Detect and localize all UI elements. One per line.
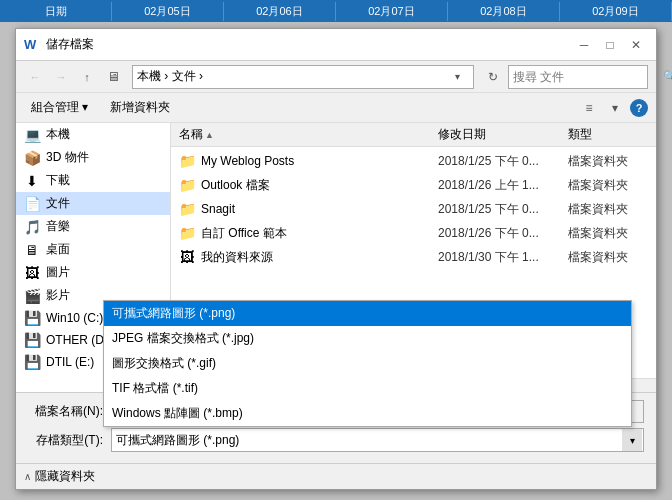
sidebar-icon: 🖼 xyxy=(24,265,40,281)
sort-arrow: ▲ xyxy=(205,130,214,140)
save-dialog: W 儲存檔案 ─ □ ✕ ← → ↑ 🖥 本機 › 文件 › ▾ ↻ 🔍 組合管… xyxy=(15,28,657,490)
search-box[interactable]: 🔍 xyxy=(508,65,648,89)
file-date: 2018/1/30 下午 1... xyxy=(438,249,568,266)
table-row[interactable]: 📁Snagit2018/1/25 下午 0...檔案資料夾 xyxy=(171,197,656,221)
navigation-toolbar: ← → ↑ 🖥 本機 › 文件 › ▾ ↻ 🔍 xyxy=(16,61,656,93)
sidebar-item-desktop[interactable]: 🖥桌面 xyxy=(16,238,170,261)
sidebar-icon: 💾 xyxy=(24,310,40,326)
cal-date: 日期 xyxy=(0,2,112,21)
sidebar-item-label: Win10 (C:) xyxy=(46,311,103,325)
dropdown-item-gif[interactable]: 圖形交換格式 (*.gif) xyxy=(104,351,631,376)
file-name: My Weblog Posts xyxy=(201,154,438,168)
bottom-form-wrapper: 檔案名稱(N): 儲存(S) 取消 存檔類型(T): 可攜式網路圖形 (*.pn… xyxy=(16,392,656,489)
filetype-value: 可攜式網路圖形 (*.png) xyxy=(116,432,622,449)
sidebar-item-label: 影片 xyxy=(46,287,70,304)
sidebar-icon: 💾 xyxy=(24,332,40,348)
hidden-section-arrow: ∧ xyxy=(24,471,31,482)
cal-date: 02月07日 xyxy=(336,2,448,21)
sidebar-item-label: DTIL (E:) xyxy=(46,355,94,369)
hidden-section[interactable]: ∧ 隱藏資料夾 xyxy=(16,463,656,489)
file-name: 自訂 Office 範本 xyxy=(201,225,438,242)
name-column-header[interactable]: 名稱 ▲ xyxy=(179,126,438,143)
file-date: 2018/1/26 下午 0... xyxy=(438,225,568,242)
file-name: Snagit xyxy=(201,202,438,216)
sidebar-item-label: OTHER (D:) xyxy=(46,333,111,347)
cal-date: 02月08日 xyxy=(448,2,560,21)
filetype-select[interactable]: 可攜式網路圖形 (*.png) ▾ xyxy=(111,428,644,452)
view-dropdown-button[interactable]: ▾ xyxy=(604,97,626,119)
sidebar-item-label: 本機 xyxy=(46,126,70,143)
sidebar-item-label: 圖片 xyxy=(46,264,70,281)
sidebar-item-label: 文件 xyxy=(46,195,70,212)
sidebar-item-label: 音樂 xyxy=(46,218,70,235)
file-icon: 📁 xyxy=(179,201,195,217)
forward-button[interactable]: → xyxy=(50,66,72,88)
filetype-label: 存檔類型(T): xyxy=(28,432,103,449)
sidebar-item-music[interactable]: 🎵音樂 xyxy=(16,215,170,238)
date-column-header[interactable]: 修改日期 xyxy=(438,126,568,143)
sidebar-icon: 💻 xyxy=(24,127,40,143)
table-row[interactable]: 📁Outlook 檔案2018/1/26 上午 1...檔案資料夾 xyxy=(171,173,656,197)
view-toggle-button[interactable]: ≡ xyxy=(578,97,600,119)
help-button[interactable]: ? xyxy=(630,99,648,117)
minimize-button[interactable]: ─ xyxy=(572,35,596,55)
sidebar-item-3d[interactable]: 📦3D 物件 xyxy=(16,146,170,169)
sidebar-item-label: 下載 xyxy=(46,172,70,189)
app-icon: W xyxy=(24,37,40,53)
filetype-dropdown-popup: 可攜式網路圖形 (*.png)JPEG 檔案交換格式 (*.jpg)圖形交換格式… xyxy=(103,300,632,427)
file-date: 2018/1/25 下午 0... xyxy=(438,153,568,170)
file-type: 檔案資料夾 xyxy=(568,225,648,242)
file-icon: 📁 xyxy=(179,153,195,169)
file-icon: 🖼 xyxy=(179,249,195,265)
up-button[interactable]: ↑ xyxy=(76,66,98,88)
sidebar-icon: 📦 xyxy=(24,150,40,166)
sidebar-icon: 🖥 xyxy=(24,242,40,258)
calendar-header: 日期 02月05日 02月06日 02月07日 02月08日 02月09日 xyxy=(0,0,672,22)
cal-date: 02月09日 xyxy=(560,2,672,21)
file-type: 檔案資料夾 xyxy=(568,249,648,266)
action-bar: 組合管理 ▾ 新增資料夾 ≡ ▾ ? xyxy=(16,93,656,123)
file-type: 檔案資料夾 xyxy=(568,177,648,194)
dropdown-item-png[interactable]: 可攜式網路圖形 (*.png) xyxy=(104,301,631,326)
dropdown-item-tif[interactable]: TIF 格式檔 (*.tif) xyxy=(104,376,631,401)
filetype-dropdown-arrow[interactable]: ▾ xyxy=(622,429,642,451)
cal-date: 02月06日 xyxy=(224,2,336,21)
sidebar-item-computer[interactable]: 💻本機 xyxy=(16,123,170,146)
table-row[interactable]: 🖼我的資料來源2018/1/30 下午 1...檔案資料夾 xyxy=(171,245,656,269)
file-name: 我的資料來源 xyxy=(201,249,438,266)
maximize-button[interactable]: □ xyxy=(598,35,622,55)
sidebar-icon: ⬇ xyxy=(24,173,40,189)
sidebar-item-downloads[interactable]: ⬇下載 xyxy=(16,169,170,192)
sidebar-item-label: 桌面 xyxy=(46,241,70,258)
cal-date: 02月05日 xyxy=(112,2,224,21)
close-button[interactable]: ✕ xyxy=(624,35,648,55)
back-button[interactable]: ← xyxy=(24,66,46,88)
type-column-header[interactable]: 類型 xyxy=(568,126,648,143)
address-bar[interactable]: 本機 › 文件 › ▾ xyxy=(132,65,474,89)
new-folder-button[interactable]: 新增資料夾 xyxy=(103,96,177,119)
file-name: Outlook 檔案 xyxy=(201,177,438,194)
file-date: 2018/1/26 上午 1... xyxy=(438,177,568,194)
table-row[interactable]: 📁My Weblog Posts2018/1/25 下午 0...檔案資料夾 xyxy=(171,149,656,173)
address-dropdown-arrow[interactable]: ▾ xyxy=(455,71,469,82)
search-input[interactable] xyxy=(513,70,663,84)
file-date: 2018/1/25 下午 0... xyxy=(438,201,568,218)
sidebar-item-documents[interactable]: 📄文件 xyxy=(16,192,170,215)
window-controls: ─ □ ✕ xyxy=(572,35,648,55)
column-headers: 名稱 ▲ 修改日期 類型 xyxy=(171,123,656,147)
file-icon: 📁 xyxy=(179,177,195,193)
table-row[interactable]: 📁自訂 Office 範本2018/1/26 下午 0...檔案資料夾 xyxy=(171,221,656,245)
dropdown-item-jpg[interactable]: JPEG 檔案交換格式 (*.jpg) xyxy=(104,326,631,351)
dropdown-item-bmp[interactable]: Windows 點陣圖 (*.bmp) xyxy=(104,401,631,426)
search-icon: 🔍 xyxy=(663,70,672,83)
hidden-section-label: 隱藏資料夾 xyxy=(35,468,95,485)
filetype-row: 存檔類型(T): 可攜式網路圖形 (*.png) ▾ xyxy=(28,428,644,452)
sidebar-item-pictures[interactable]: 🖼圖片 xyxy=(16,261,170,284)
sidebar-icon: 📄 xyxy=(24,196,40,212)
filename-label: 檔案名稱(N): xyxy=(28,403,103,420)
title-bar: W 儲存檔案 ─ □ ✕ xyxy=(16,29,656,61)
refresh-button[interactable]: ↻ xyxy=(482,66,504,88)
file-icon: 📁 xyxy=(179,225,195,241)
organize-button[interactable]: 組合管理 ▾ xyxy=(24,96,95,119)
computer-button[interactable]: 🖥 xyxy=(102,66,124,88)
